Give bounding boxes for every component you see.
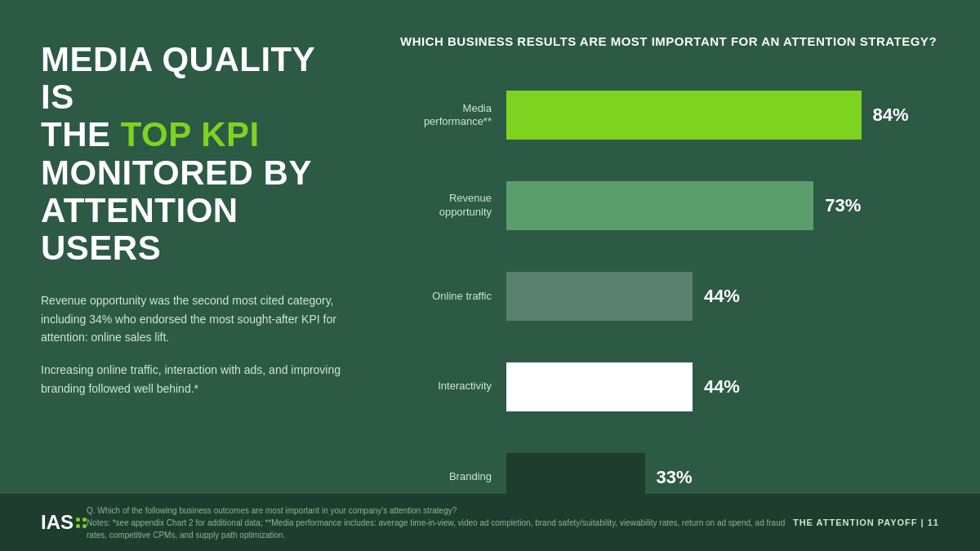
headline-block: MEDIA QUALITY IS THE TOP KPI MONITORED B… — [41, 41, 343, 412]
bar-row-revenue-opportunity: Revenue opportunity 73% — [400, 181, 939, 230]
bar-revenue-opportunity — [506, 181, 813, 230]
bar-container-online-traffic: 44% — [506, 272, 939, 321]
bar-value-branding: 33% — [657, 467, 693, 488]
footer-brand: THE ATTENTION PAYOFF | 11 — [793, 518, 939, 527]
bar-label-revenue-opportunity: Revenue opportunity — [400, 192, 506, 220]
dot-1 — [76, 518, 80, 522]
ias-logo: IAS — [41, 513, 87, 532]
chart-title: WHICH BUSINESS RESULTS ARE MOST IMPORTAN… — [400, 33, 939, 50]
right-panel: WHICH BUSINESS RESULTS ARE MOST IMPORTAN… — [376, 0, 980, 551]
bar-container-revenue-opportunity: 73% — [506, 181, 939, 230]
page-container: MEDIA QUALITY IS THE TOP KPI MONITORED B… — [0, 0, 980, 551]
headline-line3: MONITORED BY — [41, 153, 312, 192]
bar-label-media-performance: Media performance** — [400, 102, 506, 130]
bar-media-performance — [506, 91, 862, 140]
ias-letters: IAS — [41, 513, 74, 532]
bar-row-interactivity: Interactivity 44% — [400, 362, 939, 411]
bar-label-online-traffic: Online traffic — [400, 290, 506, 304]
bar-value-media-performance: 84% — [873, 104, 909, 126]
bar-label-interactivity: Interactivity — [400, 380, 506, 393]
headline-top-kpi: TOP KPI — [121, 115, 260, 153]
bar-online-traffic — [506, 272, 693, 321]
bar-container-interactivity: 44% — [506, 362, 939, 411]
left-panel: MEDIA QUALITY IS THE TOP KPI MONITORED B… — [0, 0, 376, 551]
dot-3 — [76, 524, 80, 528]
bar-value-online-traffic: 44% — [704, 286, 740, 307]
footer: IAS Q. Which of the following business o… — [0, 494, 980, 551]
bar-interactivity — [506, 362, 693, 411]
chart-area: Media performance** 84% Revenue opportun… — [400, 74, 939, 527]
body-text-2: Increasing online traffic, interaction w… — [41, 361, 343, 398]
bar-label-branding: Branding — [400, 470, 506, 484]
ias-dots — [76, 518, 87, 528]
body-text-1: Revenue opportunity was the second most … — [41, 291, 343, 346]
headline-line1: MEDIA QUALITY IS — [41, 40, 315, 116]
bar-row-online-traffic: Online traffic 44% — [400, 272, 939, 321]
bar-container-media-performance: 84% — [506, 91, 939, 140]
footer-note: Q. Which of the following business outco… — [87, 504, 793, 541]
headline: MEDIA QUALITY IS THE TOP KPI MONITORED B… — [41, 41, 343, 267]
bar-value-interactivity: 44% — [704, 376, 740, 398]
headline-line2-plain: THE — [41, 115, 121, 153]
footer-note-q: Q. Which of the following business outco… — [87, 504, 793, 517]
footer-note-detail: Notes: *see appendix Chart 2 for additio… — [87, 517, 793, 541]
headline-line4: ATTENTION USERS — [41, 191, 238, 267]
bar-value-revenue-opportunity: 73% — [825, 195, 861, 216]
bar-row-media-performance: Media performance** 84% — [400, 91, 939, 140]
